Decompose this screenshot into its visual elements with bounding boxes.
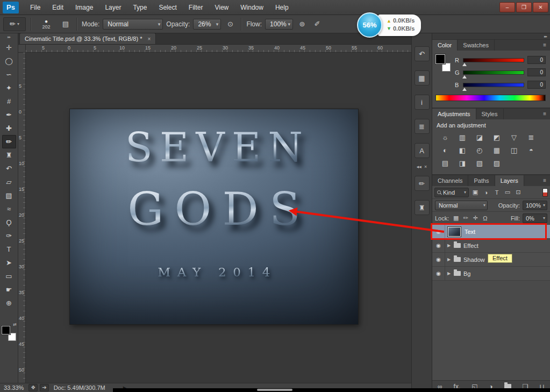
visibility-toggle[interactable]: ◉: [432, 239, 445, 252]
adjustment-vibrance-icon[interactable]: ▽: [505, 131, 523, 144]
visibility-toggle[interactable]: ◉: [432, 267, 445, 280]
layers-tab-channels[interactable]: Channels: [432, 175, 468, 186]
lasso-tool[interactable]: ∽: [2, 68, 16, 81]
layer-name[interactable]: Bg: [463, 270, 470, 277]
expand-triangle-icon[interactable]: ▶: [445, 271, 453, 276]
channel-b-slider-thumb[interactable]: [462, 88, 467, 91]
close-panel-icon[interactable]: ×: [424, 164, 427, 169]
layer-name[interactable]: Effect: [463, 243, 478, 249]
close-tab-icon[interactable]: ×: [147, 36, 151, 42]
toggle-brush-panel-icon[interactable]: ▤: [60, 18, 72, 30]
quick-selection-tool[interactable]: ✦: [2, 81, 16, 95]
filter-adjustment-layers-icon[interactable]: ◑: [481, 188, 491, 197]
type-tool[interactable]: T: [2, 243, 16, 256]
pen-tool[interactable]: ✑: [2, 229, 16, 243]
visibility-toggle[interactable]: ◉: [432, 225, 445, 238]
menu-image[interactable]: Image: [69, 0, 99, 15]
filter-shape-layers-icon[interactable]: ▭: [503, 188, 512, 197]
brush-presets-panel-icon[interactable]: ✏: [415, 176, 430, 191]
dodge-tool[interactable]: Ϙ: [2, 216, 16, 229]
document-tab[interactable]: Cinematic Title.psd @ 33.3% (Text, RGB/8…: [19, 33, 156, 44]
layer-opacity-select[interactable]: 100%: [523, 201, 547, 210]
channel-g-slider-thumb[interactable]: [462, 75, 467, 79]
channel-g-slider[interactable]: [463, 70, 524, 75]
document-artboard[interactable]: SEVEN GODS MAY 2014: [70, 109, 358, 324]
menu-help[interactable]: Help: [269, 0, 295, 15]
opacity-select[interactable]: 26%: [193, 19, 221, 30]
adjustment-black-white-icon[interactable]: ◧: [454, 144, 471, 156]
blend-mode-select[interactable]: Normal: [103, 19, 163, 30]
blur-tool[interactable]: ≈: [2, 202, 16, 216]
menu-edit[interactable]: Edit: [46, 0, 69, 15]
layer-filter-toggle[interactable]: [542, 188, 548, 197]
layer-blend-mode-select[interactable]: Normal: [435, 201, 488, 210]
channel-r-slider[interactable]: [463, 58, 524, 62]
menu-type[interactable]: Type: [127, 0, 153, 15]
crop-tool[interactable]: #: [2, 95, 16, 108]
layers-tab-paths[interactable]: Paths: [468, 175, 495, 186]
adjustment-threshold-icon[interactable]: ◨: [454, 156, 471, 169]
menu-layer[interactable]: Layer: [99, 0, 127, 15]
hand-tool[interactable]: ☛: [2, 283, 16, 296]
color-spectrum-ramp[interactable]: [435, 95, 546, 101]
filter-type-layers-icon[interactable]: T: [492, 188, 502, 197]
adjustment-posterize-icon[interactable]: ▤: [437, 156, 454, 169]
history-panel-icon[interactable]: ↶: [415, 46, 430, 61]
filter-kind-select[interactable]: Kind ▾: [434, 188, 469, 197]
layer-thumbnail[interactable]: [448, 227, 461, 237]
expand-triangle-icon[interactable]: ▶: [445, 243, 453, 248]
lock-position-icon[interactable]: ✛: [471, 214, 480, 223]
adjustment-color-lookup-icon[interactable]: ◫: [505, 144, 523, 156]
adjustment-invert-icon[interactable]: ◓: [523, 144, 540, 156]
menu-file[interactable]: File: [24, 0, 46, 15]
adjustment-hue-saturation-icon[interactable]: ≣: [523, 131, 540, 144]
info-panel-icon[interactable]: i: [415, 95, 430, 110]
character-panel-icon[interactable]: A: [415, 143, 430, 158]
adjustments-tab-adjustments[interactable]: Adjustments: [432, 109, 476, 119]
adjustments-tab-styles[interactable]: Styles: [476, 109, 504, 119]
move-tool[interactable]: ✛: [2, 41, 16, 54]
status-arrow-icon[interactable]: ➔: [40, 384, 48, 391]
pressure-opacity-icon[interactable]: ⊙: [224, 18, 236, 30]
foreground-color-swatch[interactable]: [2, 326, 10, 334]
color-panel-menu-icon[interactable]: ≡: [539, 40, 550, 51]
gradient-tool[interactable]: ▧: [2, 189, 16, 202]
adjustment-gradient-map-icon[interactable]: ▧: [471, 156, 488, 169]
menu-select[interactable]: Select: [153, 0, 182, 15]
channel-g-value[interactable]: 0: [527, 68, 546, 76]
menu-view[interactable]: View: [209, 0, 234, 15]
flow-select[interactable]: 100%: [265, 19, 293, 30]
adjustment-exposure-icon[interactable]: ◩: [488, 131, 505, 144]
swap-colors-icon[interactable]: ⇄: [13, 322, 17, 327]
healing-brush-tool[interactable]: ✚: [2, 122, 16, 135]
adjustment-selective-color-icon[interactable]: ▨: [488, 156, 505, 169]
lock-all-icon[interactable]: Ω: [481, 214, 489, 223]
layer-name[interactable]: Shadow: [463, 256, 485, 263]
panel-color-swatches[interactable]: [435, 54, 452, 73]
clone-source-panel-icon[interactable]: ♜: [415, 200, 430, 215]
toolbar-collapse-icon[interactable]: ▸▸: [8, 35, 10, 39]
close-button[interactable]: ✕: [533, 2, 548, 12]
layers-tab-layers[interactable]: Layers: [495, 175, 524, 186]
visibility-toggle[interactable]: ◉: [432, 253, 445, 266]
color-tab-swatches[interactable]: Swatches: [458, 40, 495, 51]
adjustment-color-balance-icon[interactable]: ◐: [437, 144, 454, 156]
panel-background-swatch[interactable]: [442, 63, 451, 72]
expand-panels-icon[interactable]: ◂◂: [417, 164, 422, 169]
layer-row-effect[interactable]: ◉▶Effect: [432, 239, 550, 253]
adjustment-brightness-contrast-icon[interactable]: ☼: [437, 131, 454, 144]
adjustments-panel-menu-icon[interactable]: ≡: [539, 109, 550, 119]
adjustment-curves-icon[interactable]: ◪: [471, 131, 488, 144]
adjustment-channel-mixer-icon[interactable]: ▦: [488, 144, 505, 156]
tool-preset-picker[interactable]: ✏ ▾: [3, 17, 26, 31]
airbrush-icon[interactable]: ⊚: [296, 18, 308, 30]
status-grid-icon[interactable]: ❖: [28, 384, 38, 391]
channel-b-slider[interactable]: [463, 83, 524, 87]
panel-foreground-swatch[interactable]: [435, 54, 445, 64]
properties-panel-icon[interactable]: ≣: [415, 119, 430, 134]
zoom-tool[interactable]: ⊕: [2, 296, 16, 310]
minimize-button[interactable]: –: [499, 2, 515, 12]
zoom-level-value[interactable]: 33.33%: [4, 384, 24, 391]
layer-row-text[interactable]: ◉Text: [432, 225, 550, 239]
clone-stamp-tool[interactable]: ♜: [2, 148, 16, 162]
